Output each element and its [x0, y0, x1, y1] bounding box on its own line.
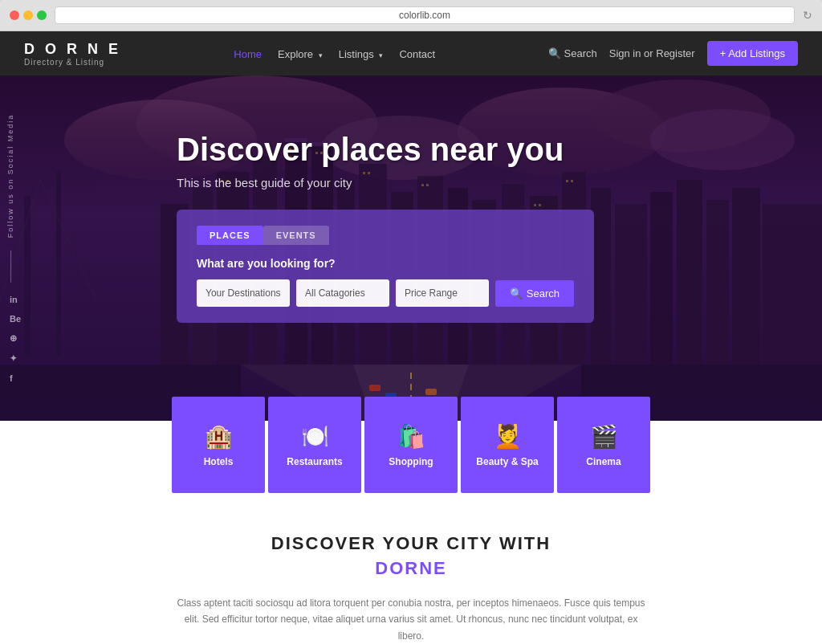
cinema-label: Cinema [586, 456, 621, 467]
nav-link-contact[interactable]: Contact [399, 48, 435, 60]
search-fields: Your Destinations All Catagories Price R… [197, 279, 574, 307]
destination-select[interactable]: Your Destinations [197, 279, 290, 307]
nav-menu: Home Explore ▾ Listings ▾ Contact [234, 47, 435, 61]
chevron-down-icon: ▾ [319, 51, 323, 59]
nav-item-listings[interactable]: Listings ▾ [339, 47, 384, 61]
twitter-icon[interactable]: ✦ [10, 353, 21, 363]
navbar-right: 🔍 Search Sign in or Register + Add Listi… [548, 41, 798, 66]
restaurants-label: Restaurants [287, 456, 342, 467]
chevron-down-icon: ▾ [379, 51, 383, 59]
close-dot[interactable] [10, 10, 19, 20]
category-shopping[interactable]: 🛍️ Shopping [364, 397, 458, 493]
beauty-label: Beauty & Spa [476, 456, 538, 467]
search-tabs: PLACES EVENTS [197, 226, 574, 245]
nav-item-home[interactable]: Home [234, 47, 262, 61]
browser-chrome: colorlib.com ↻ [0, 0, 822, 31]
restaurants-icon: 🍽️ [301, 423, 329, 450]
search-icon: 🔍 [548, 47, 561, 59]
search-button[interactable]: 🔍 Search [548, 47, 597, 59]
browser-dots [10, 10, 47, 20]
hero-content: Discover places near you This is the bes… [0, 75, 822, 323]
category-hotels[interactable]: 🏨 Hotels [172, 397, 265, 493]
discover-section: DISCOVER YOUR CITY WITH DORNE Class apte… [0, 493, 822, 644]
browser-window: colorlib.com ↻ D O R N E Directory & Lis… [0, 0, 822, 644]
hotels-icon: 🏨 [205, 423, 233, 450]
hotels-label: Hotels [204, 456, 234, 467]
add-listing-button[interactable]: + Add Listings [707, 41, 798, 66]
discover-title: DISCOVER YOUR CITY WITH [24, 533, 798, 554]
search-submit-button[interactable]: 🔍 Search [495, 280, 574, 307]
hero-subtitle: This is the best guide of your city [177, 176, 822, 190]
shopping-icon: 🛍️ [397, 423, 425, 450]
signin-button[interactable]: Sign in or Register [609, 47, 695, 59]
discover-description: Class aptent taciti sociosqu ad litora t… [170, 595, 652, 644]
nav-item-contact[interactable]: Contact [399, 47, 435, 61]
search-label: Search [564, 47, 597, 59]
tab-events[interactable]: EVENTS [263, 226, 329, 245]
price-select[interactable]: Price Range [396, 279, 489, 307]
category-select[interactable]: All Catagories [296, 279, 389, 307]
brand-subtitle: Directory & Listing [24, 58, 121, 67]
search-box: PLACES EVENTS What are you looking for? … [177, 210, 594, 323]
nav-link-listings[interactable]: Listings ▾ [339, 48, 384, 60]
navbar: D O R N E Directory & Listing Home Explo… [0, 31, 822, 75]
beauty-icon: 💆 [494, 423, 522, 450]
address-bar[interactable]: colorlib.com [55, 6, 795, 24]
category-grid: 🏨 Hotels 🍽️ Restaurants 🛍️ Shopping 💆 Be… [0, 397, 822, 493]
search-box-label: What are you looking for? [197, 257, 574, 270]
brand-name: D O R N E [24, 41, 121, 58]
nav-link-explore[interactable]: Explore ▾ [278, 48, 323, 60]
minimize-dot[interactable] [23, 10, 33, 20]
category-cinema[interactable]: 🎬 Cinema [557, 397, 650, 493]
refresh-icon[interactable]: ↻ [803, 9, 812, 22]
maximize-dot[interactable] [37, 10, 47, 20]
page-content: D O R N E Directory & Listing Home Explo… [0, 31, 822, 644]
hero-section: Follow us on Social Media in Be ⊕ ✦ f Di… [0, 75, 822, 421]
category-section: 🏨 Hotels 🍽️ Restaurants 🛍️ Shopping 💆 Be… [0, 397, 822, 493]
globe-icon[interactable]: ⊕ [10, 332, 21, 343]
facebook-icon[interactable]: f [10, 373, 21, 382]
search-icon: 🔍 [510, 287, 523, 300]
discover-brand: DORNE [24, 558, 798, 579]
nav-item-explore[interactable]: Explore ▾ [278, 47, 323, 61]
category-beauty[interactable]: 💆 Beauty & Spa [461, 397, 554, 493]
hero-title: Discover places near you [177, 132, 822, 168]
shopping-label: Shopping [389, 456, 433, 467]
nav-link-home[interactable]: Home [234, 48, 262, 60]
tab-places[interactable]: PLACES [197, 226, 263, 245]
category-restaurants[interactable]: 🍽️ Restaurants [268, 397, 361, 493]
cinema-icon: 🎬 [590, 423, 618, 450]
brand: D O R N E Directory & Listing [24, 41, 121, 67]
